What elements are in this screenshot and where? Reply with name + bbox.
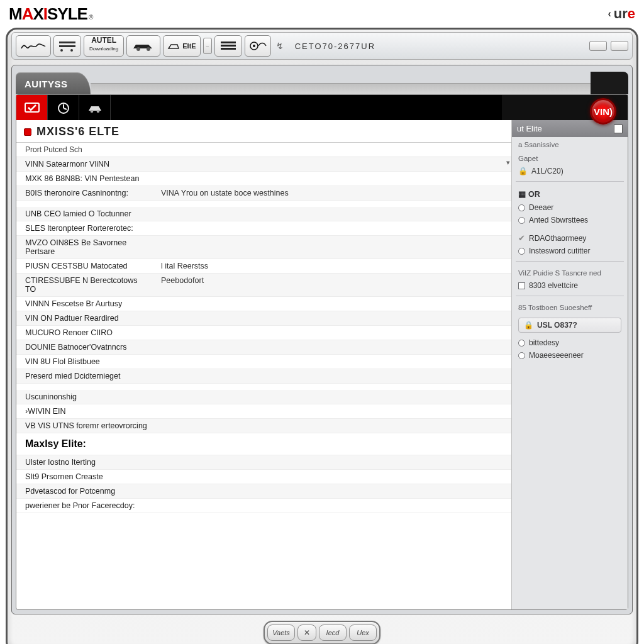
- svg-rect-11: [25, 103, 39, 112]
- table-row[interactable]: CTIRESSUBFE N Berectcotows TOPeebodofort: [16, 274, 511, 297]
- tab-autyss[interactable]: AUITYSS: [16, 72, 91, 94]
- hardware-buttons: Vaets ✕ Iecd Uex: [11, 621, 633, 644]
- sidebar-sub2: 85 Tostboen Suoesheff: [512, 300, 628, 314]
- svg-point-2: [60, 49, 63, 52]
- tab-strip-filler: [91, 83, 591, 94]
- table-row[interactable]: MaxIsy Elite:: [16, 433, 511, 455]
- table-row[interactable]: B0IS theronoire Casninontng:VINA Yrou on…: [16, 186, 511, 201]
- svg-rect-0: [59, 42, 75, 43]
- table-row[interactable]: UNB CEO lamied O Toctunner: [16, 207, 511, 221]
- table-row[interactable]: Ulster Iostno Iterting: [16, 455, 511, 470]
- tab-rightcap: [591, 72, 628, 94]
- vehicle-tab[interactable]: [79, 95, 111, 120]
- sidebar-badge[interactable]: 🔒USL O837?: [518, 318, 621, 333]
- svg-point-10: [253, 45, 255, 47]
- table-row[interactable]: Preserd mied Dcidternieget: [16, 369, 511, 384]
- icon-tab-bar: VIN): [16, 95, 628, 120]
- radio-bittedesy[interactable]: bittedesy: [512, 336, 628, 349]
- top-toolbar: AUTEL Downloading EItE – ↯ CETO70-2677UR: [11, 32, 633, 60]
- svg-point-3: [70, 49, 73, 52]
- table-row[interactable]: VINNN Fescetse Br Aurtusy: [16, 297, 511, 311]
- check-instesword[interactable]: Instesword cutitter: [512, 245, 628, 257]
- autel-button[interactable]: AUTEL Downloading: [84, 35, 124, 57]
- sidebar-or: ▦OR: [512, 186, 628, 201]
- hw-button-close[interactable]: ✕: [297, 625, 316, 641]
- elite-button[interactable]: EItE: [163, 35, 200, 57]
- radio-moaees[interactable]: Moaeeseeeneer: [512, 349, 628, 362]
- table-row[interactable]: VB VIS UTNS foremr erteovrorcing: [16, 419, 511, 433]
- vehicle-list-button[interactable]: [53, 35, 81, 57]
- device-frame: AUTEL Downloading EItE – ↯ CETO70-2677UR…: [6, 28, 638, 644]
- svg-point-4: [136, 47, 140, 51]
- table-row[interactable]: VINN Satearmonr VliNN: [16, 157, 511, 172]
- brand-logo: MAXISYLE ®: [9, 4, 93, 24]
- table-row[interactable]: PIUSN CESTSBU Matocatedl ital Reerstss: [16, 259, 511, 274]
- records-list[interactable]: ▾ VINN Satearmonr VliNNMXK 86 B8N8B: VlN…: [16, 157, 511, 609]
- hw-button-1[interactable]: Vaets: [267, 625, 295, 641]
- svg-rect-8: [221, 48, 236, 50]
- table-row[interactable]: MUCURO Renoer CIIRO: [16, 326, 511, 340]
- table-row[interactable]: MVZO OIN8ES Be Savornee Pertsare: [16, 236, 511, 259]
- window-min-button[interactable]: [589, 41, 607, 51]
- table-row[interactable]: DOUNIE Batnocer'Ovatnncrs: [16, 340, 511, 355]
- hw-button-4[interactable]: Uex: [349, 625, 377, 641]
- table-row[interactable]: Uscuninonshig: [16, 390, 511, 404]
- svg-point-13: [90, 110, 93, 113]
- table-row[interactable]: VIN ON Padtuer Reardired: [16, 311, 511, 326]
- stack-button[interactable]: [214, 35, 242, 57]
- car-button[interactable]: [126, 35, 160, 57]
- page-title: MXISS'6 ELTE: [36, 125, 119, 138]
- tiny-toggle[interactable]: –: [203, 38, 212, 54]
- svg-point-5: [147, 47, 150, 51]
- grid-icon: ▦: [518, 190, 526, 199]
- check-8303[interactable]: 8303 elvettcire: [512, 279, 628, 292]
- sidebar-header-checkbox[interactable]: [614, 125, 623, 133]
- wheel-button[interactable]: [245, 35, 271, 57]
- chevron-down-icon[interactable]: ▾: [506, 158, 510, 167]
- sidebar-header: ut Elite: [512, 120, 628, 137]
- svg-rect-1: [59, 45, 75, 47]
- window-max-button[interactable]: [611, 41, 628, 51]
- screen-bezel: AUITYSS VIN): [11, 65, 633, 614]
- sidebar-date: 🔒A1L/C20): [512, 165, 628, 177]
- sidebar-subtitle: a Ssanissive: [512, 137, 628, 151]
- svg-point-14: [96, 110, 99, 113]
- hw-button-3[interactable]: Iecd: [319, 625, 347, 641]
- scan-tab[interactable]: [16, 95, 48, 120]
- lock-icon: 🔒: [524, 321, 533, 330]
- sidebar-mid-label: ViIZ Puidie S Tasncre ned: [512, 265, 628, 279]
- page-subtitle: Prort Putced Sch: [16, 143, 511, 157]
- sidebar: ut Elite a Ssanissive Gapet 🔒A1L/C20) ▦O…: [512, 120, 628, 609]
- radio-anted[interactable]: Anted Sbwrsttees: [512, 214, 628, 226]
- svg-rect-7: [221, 45, 236, 47]
- sidebar-gapet: Gapet: [512, 151, 628, 165]
- table-row[interactable]: VIN 8U Flol Blistbuee: [16, 355, 511, 369]
- timer-tab[interactable]: [48, 95, 79, 120]
- table-row[interactable]: pweriener be Pnor Facerecdoy:: [16, 499, 511, 513]
- table-row[interactable]: SIt9 Prsornen Creaste: [16, 470, 511, 484]
- content-header: MXISS'6 ELTE: [16, 120, 511, 143]
- header-bullet-icon: [24, 128, 31, 136]
- svg-rect-6: [221, 42, 236, 43]
- check-rdao[interactable]: ✔RDAOthaormeey: [512, 231, 628, 245]
- toolbar-status-text: CETO70-2677UR: [289, 42, 375, 51]
- vin-badge[interactable]: VIN): [590, 98, 616, 125]
- table-row[interactable]: SLES lteronpteer Rortererotec:: [16, 221, 511, 236]
- table-row[interactable]: Pdvetascod for Potcenmg: [16, 484, 511, 499]
- brand-suffix: ‹ ure: [608, 6, 635, 22]
- table-row[interactable]: ›WIVIN EIN: [16, 404, 511, 419]
- lightning-icon: ↯: [274, 41, 286, 51]
- signature-button[interactable]: [16, 35, 51, 57]
- lock-icon: 🔒: [518, 167, 528, 175]
- table-row[interactable]: MXK 86 B8N8B: VlN Pentestean: [16, 172, 511, 186]
- radio-deeaer[interactable]: Deeaer: [512, 201, 628, 214]
